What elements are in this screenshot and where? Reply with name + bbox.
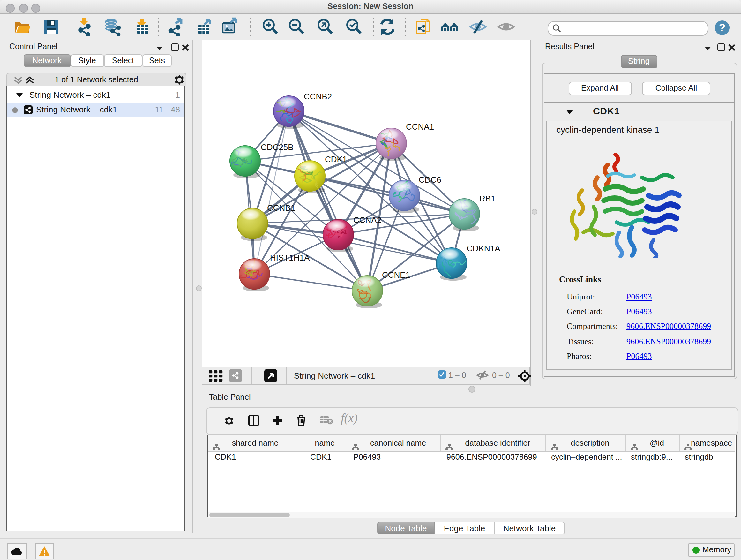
svg-text:HIST1H1A: HIST1H1A (270, 253, 310, 262)
svg-text:CCNA1: CCNA1 (406, 122, 434, 131)
svg-text:CCNE1: CCNE1 (382, 270, 410, 279)
svg-text:CDC25B: CDC25B (260, 142, 293, 152)
svg-text:CCNA2: CCNA2 (353, 215, 381, 225)
svg-text:CDKN1A: CDKN1A (466, 243, 500, 253)
svg-text:CDK1: CDK1 (325, 154, 347, 164)
svg-text:CDC6: CDC6 (418, 175, 441, 184)
svg-text:CCNB1: CCNB1 (267, 203, 295, 212)
svg-text:RB1: RB1 (479, 193, 495, 203)
svg-text:CCNB2: CCNB2 (304, 91, 332, 101)
